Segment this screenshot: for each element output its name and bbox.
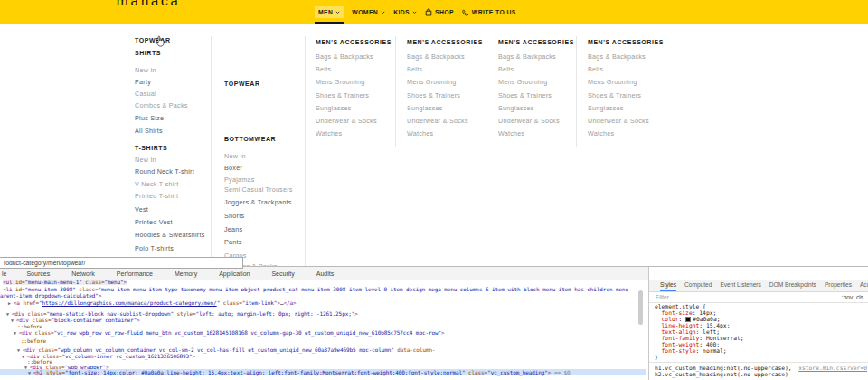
menu-item-new-in-c1[interactable]: New In (135, 66, 156, 74)
menu-item-underwear-socks-c4[interactable]: Underwear & Socks (407, 117, 468, 125)
menu-item-new-in-c2[interactable]: New In (224, 152, 246, 160)
menu-item-underwear-socks-c6[interactable]: Underwear & Socks (588, 117, 649, 125)
menu-item-watches-c3[interactable]: Watches (316, 129, 342, 138)
menu-item-mens-grooming-c4[interactable]: Mens Grooming (407, 78, 456, 86)
stylesheet-source-link[interactable]: xstore.min.css?ver=0 (798, 365, 867, 371)
menu-item-shoes-trainers-c4[interactable]: Shoes & Trainers (407, 91, 460, 100)
menu-item-sunglasses-c4[interactable]: Sunglasses (407, 104, 443, 112)
styles-tab-event-listeners[interactable]: Event Listeners (720, 280, 760, 291)
menu-item-shorts-c2[interactable]: Shorts (224, 212, 244, 220)
menu-item-belts-c5[interactable]: Belts (498, 65, 514, 73)
devtools-tab-network[interactable]: Network (61, 268, 106, 280)
menu-item-mens-grooming-c5[interactable]: Mens Grooming (498, 78, 547, 86)
nav-item-kids[interactable]: KIDS (393, 9, 417, 15)
css-property-font-family[interactable]: font-family: Montserrat; (649, 335, 868, 341)
css-property-color[interactable]: color: #0a0a0a; (649, 316, 868, 322)
menu-item-printed-t-shirt-c1[interactable]: Printed T-shirt (135, 192, 178, 200)
menu-header-men-s-accessories-c5[interactable]: MEN'S ACCESSORIES (498, 39, 574, 45)
tree-line-5[interactable]: ▼ <div class="menu-static-block nav-subl… (0, 310, 646, 317)
class-toggle[interactable]: .cls (854, 294, 863, 300)
menu-item-joggers-trackpants-c2[interactable]: Joggers & Trackpants (224, 198, 292, 206)
devtools-tab-sources[interactable]: Sources (15, 268, 61, 280)
menu-header-t-shirts-c1[interactable]: T-SHIRTS (135, 145, 167, 151)
menu-item-shoes-trainers-c3[interactable]: Shoes & Trainers (316, 91, 369, 100)
element-style-selector[interactable]: element.style { (649, 303, 868, 309)
nav-item-shop[interactable]: SHOP (425, 8, 454, 16)
tree-line-2[interactable]: <li id="menu-item-3008" class="menu-item… (0, 286, 646, 292)
menu-item-underwear-socks-c5[interactable]: Underwear & Socks (498, 117, 560, 125)
site-logo[interactable]: manaca (116, 0, 180, 9)
nav-item-men[interactable]: MEN (315, 6, 344, 18)
elements-scrollbar[interactable] (638, 290, 643, 325)
devtools-tab-memory[interactable]: Memory (164, 268, 208, 280)
menu-item-combos-packs-c1[interactable]: Combos & Packs (135, 101, 188, 109)
menu-item-belts-c4[interactable]: Belts (407, 65, 422, 73)
menu-item-pants-c2[interactable]: Pants (224, 238, 242, 246)
devtools-tab-security[interactable]: Security (260, 268, 305, 280)
menu-header-topwear-c2[interactable]: TOPWEAR (224, 81, 260, 87)
menu-item-sunglasses-c3[interactable]: Sunglasses (316, 104, 352, 112)
menu-header-bottomwear-c2[interactable]: BOTTOMWEAR (224, 136, 276, 142)
menu-item-bags-backpacks-c3[interactable]: Bags & Backpacks (316, 52, 373, 61)
styles-tab-properties[interactable]: Properties (825, 280, 852, 291)
menu-header-men-s-accessories-c3[interactable]: MEN'S ACCESSORIES (316, 39, 392, 45)
menu-item-bags-backpacks-c5[interactable]: Bags & Backpacks (498, 52, 556, 61)
tree-line-1[interactable]: <ul id="menu-main-menu-1" class="menu"> (0, 280, 646, 285)
css-property-font-size[interactable]: font-size: 14px; (649, 309, 868, 316)
tree-line-8[interactable]: ▼ <div class="vc_row wpb_row vc_row-flui… (0, 329, 646, 336)
tree-line-6[interactable]: ▼ <div class="block-container container"… (0, 317, 646, 323)
menu-item-semi-casual-trousers-c2[interactable]: Semi Casual Trousers (224, 185, 293, 194)
menu-item-watches-c6[interactable]: Watches (588, 129, 614, 138)
menu-item-bags-backpacks-c4[interactable]: Bags & Backpacks (407, 52, 465, 61)
menu-item-pyajamas-c2[interactable]: Pyajamas (224, 176, 255, 184)
tree-line-4[interactable]: ▶ <a href="https://dillongraphics.com/ma… (0, 299, 646, 306)
css-property-text-align[interactable]: text-align: left; (649, 328, 868, 335)
menu-item-mens-grooming-c6[interactable]: Mens Grooming (588, 78, 637, 86)
css-property-font-style[interactable]: font-style: normal; (649, 347, 868, 354)
menu-header-men-s-accessories-c6[interactable]: MEN'S ACCESSORIES (588, 39, 664, 45)
tree-line-14[interactable]: ▼ <h2 style="font-size: 14px;color: #0a0… (0, 369, 646, 375)
menu-item-hoodies-sweatshirts-c1[interactable]: Hoodies & Sweatshirts (135, 231, 205, 239)
menu-item-mens-grooming-c3[interactable]: Mens Grooming (316, 78, 364, 86)
menu-item-party-c1[interactable]: Party (135, 78, 151, 86)
styles-filter-input[interactable]: Filter (656, 293, 669, 302)
menu-item-watches-c4[interactable]: Watches (407, 129, 433, 138)
menu-item-boxer-c2[interactable]: Boxer (224, 164, 242, 172)
menu-item-plus-size-c1[interactable]: Plus Size (135, 114, 164, 122)
styles-tab-dom-breakpoints[interactable]: DOM Breakpoints (769, 280, 816, 291)
devtools-tab-le[interactable]: le (0, 268, 15, 280)
menu-item-new-in-c1[interactable]: New In (135, 156, 156, 164)
devtools-tab-application[interactable]: Application (208, 268, 260, 280)
css-property-line-height[interactable]: line-height: 15.4px; (649, 322, 868, 328)
tree-line-9[interactable]: ::before (0, 337, 646, 344)
hover-state-toggle[interactable]: :hov (842, 294, 853, 300)
menu-item-v-neck-t-shirt-c1[interactable]: V-Neck T-shirt (135, 180, 179, 188)
devtools-tab-performance[interactable]: Performance (106, 268, 164, 280)
devtools-tab-audits[interactable]: Audits (306, 268, 344, 280)
nav-item-write-to-us[interactable]: WRITE TO US (462, 9, 516, 16)
styles-toggle-buttons[interactable]: :hov .cls (842, 293, 863, 302)
menu-item-bags-backpacks-c6[interactable]: Bags & Backpacks (588, 52, 646, 61)
menu-item-belts-c6[interactable]: Belts (588, 65, 603, 73)
menu-item-vest-c1[interactable]: Vest (135, 205, 148, 214)
styles-tab-computed[interactable]: Computed (684, 280, 712, 291)
menu-item-jeans-c2[interactable]: Jeans (224, 225, 242, 233)
menu-item-sunglasses-c6[interactable]: Sunglasses (588, 104, 624, 112)
tree-line-7[interactable]: ::before (0, 323, 646, 329)
styles-tab-accessibility[interactable]: Accessibility (860, 280, 868, 291)
tree-line-10[interactable]: ▼ <div class="wpb_column vc_column_conta… (0, 347, 646, 353)
menu-item-sunglasses-c5[interactable]: Sunglasses (498, 104, 534, 112)
menu-item-all-shirts-c1[interactable]: All Shirts (135, 127, 163, 135)
menu-item-shoes-trainers-c5[interactable]: Shoes & Trainers (498, 91, 552, 100)
styles-tab-styles[interactable]: Styles (660, 280, 676, 291)
menu-item-casual-c1[interactable]: Casual (135, 90, 156, 98)
css-rule-selector-2[interactable]: h2.vc_custom_heading:not(.no-uppercase) (649, 371, 868, 377)
menu-item-polo-t-shirts-c1[interactable]: Polo T-shirts (135, 244, 174, 252)
code-link[interactable]: https://dillongraphics.com/manaca/produc… (42, 299, 216, 306)
menu-item-underwear-socks-c3[interactable]: Underwear & Socks (316, 117, 377, 125)
menu-header-men-s-accessories-c4[interactable]: MEN'S ACCESSORIES (407, 39, 483, 45)
nav-item-women[interactable]: WOMEN (352, 9, 385, 15)
menu-item-round-neck-t-shirt-c1[interactable]: Round Neck T-shirt (135, 167, 194, 176)
tree-line-3[interactable]: arent-item dropdown-calculated"> (0, 292, 646, 299)
menu-item-watches-c5[interactable]: Watches (498, 129, 524, 138)
